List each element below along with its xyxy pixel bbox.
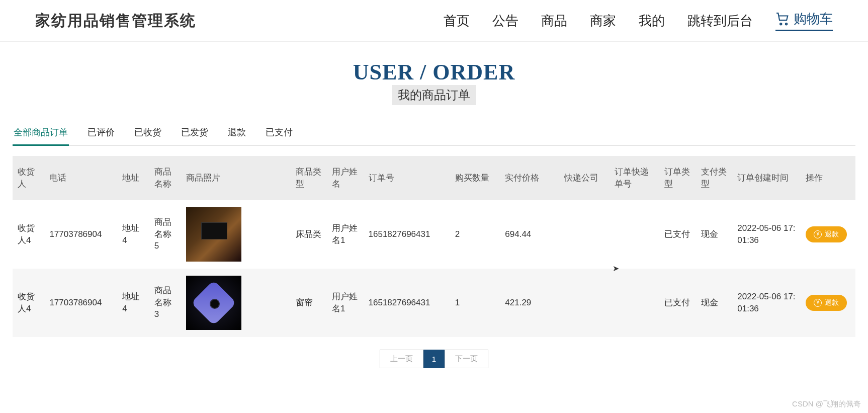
refund-label: 退款	[825, 230, 839, 239]
table-row: 收货人4 17703786904 地址4 商品名称5 床品类 用户姓名1 165…	[13, 200, 855, 269]
cell-paytype: 现金	[696, 200, 732, 269]
page-prev[interactable]: 上一页	[380, 350, 423, 368]
cell-receiver: 收货人4	[13, 269, 44, 337]
cell-created: 2022-05-06 17:01:36	[732, 269, 801, 337]
cell-photo	[181, 269, 290, 337]
cell-ops: ¥退款	[801, 200, 855, 269]
th-ordertype: 订单类型	[659, 156, 696, 200]
order-table: 收货人 电话 地址 商品名称 商品照片 商品类型 用户姓名 订单号 购买数量 实…	[13, 156, 855, 337]
cell-ordertype: 已支付	[659, 200, 696, 269]
cell-ops: ¥退款	[801, 269, 855, 337]
th-qty: 购买数量	[450, 156, 500, 200]
refund-label: 退款	[825, 298, 839, 307]
cell-courier	[559, 269, 610, 337]
cell-ordertype: 已支付	[659, 269, 696, 337]
site-title: 家纺用品销售管理系统	[35, 11, 196, 31]
th-courier: 快递公司	[559, 156, 610, 200]
tab-refund[interactable]: 退款	[227, 120, 247, 145]
cell-created: 2022-05-06 17:01:36	[732, 200, 801, 269]
cell-phone: 17703786904	[44, 200, 117, 269]
th-address: 地址	[117, 156, 149, 200]
tab-shipped[interactable]: 已发货	[180, 120, 209, 145]
cell-orderno: 1651827696431	[364, 269, 450, 337]
nav-announce[interactable]: 公告	[492, 12, 518, 30]
nav-goods[interactable]: 商品	[541, 12, 567, 30]
th-prodname: 商品名称	[149, 156, 181, 200]
order-tabs: 全部商品订单 已评价 已收货 已发货 退款 已支付	[13, 120, 855, 146]
svg-point-1	[786, 23, 787, 25]
cell-photo	[181, 200, 290, 269]
top-nav: 首页 公告 商品 商家 我的 跳转到后台 购物车	[444, 10, 833, 31]
th-prodtype: 商品类型	[291, 156, 327, 200]
th-created: 订单创建时间	[732, 156, 801, 200]
cell-prodname: 商品名称5	[149, 200, 181, 269]
cell-prodtype: 床品类	[291, 200, 327, 269]
cell-qty: 1	[450, 269, 500, 337]
nav-mine[interactable]: 我的	[639, 12, 665, 30]
table-header-row: 收货人 电话 地址 商品名称 商品照片 商品类型 用户姓名 订单号 购买数量 实…	[13, 156, 855, 200]
cell-receiver: 收货人4	[13, 200, 44, 269]
th-paytype: 支付类型	[696, 156, 732, 200]
cart-label: 购物车	[794, 10, 833, 28]
th-receiver: 收货人	[13, 156, 44, 200]
heading-en: USER / ORDER	[0, 59, 868, 85]
refund-button[interactable]: ¥退款	[806, 295, 847, 311]
page-next[interactable]: 下一页	[445, 350, 488, 368]
cell-paytype: 现金	[696, 269, 732, 337]
cart-icon	[775, 13, 790, 26]
th-username: 用户姓名	[327, 156, 363, 200]
page-heading: USER / ORDER 我的商品订单	[0, 59, 868, 105]
cell-courier	[559, 200, 610, 269]
tab-all[interactable]: 全部商品订单	[13, 120, 69, 146]
nav-admin[interactable]: 跳转到后台	[687, 12, 753, 30]
yen-icon: ¥	[814, 230, 822, 238]
th-tracking: 订单快递单号	[610, 156, 660, 200]
cell-tracking	[610, 269, 660, 337]
cell-price: 421.29	[500, 269, 559, 337]
nav-cart[interactable]: 购物车	[775, 10, 833, 31]
nav-home[interactable]: 首页	[444, 12, 470, 30]
page-current[interactable]: 1	[423, 350, 445, 368]
table-row: 收货人4 17703786904 地址4 商品名称3 窗帘 用户姓名1 1651…	[13, 269, 855, 337]
content: 全部商品订单 已评价 已收货 已发货 退款 已支付 收货人 电话 地址 商品名称…	[0, 120, 868, 368]
cell-price: 694.44	[500, 200, 559, 269]
svg-point-0	[780, 23, 782, 25]
product-image	[186, 276, 241, 330]
th-photo: 商品照片	[181, 156, 290, 200]
product-image	[186, 207, 241, 262]
order-table-wrap: 收货人 电话 地址 商品名称 商品照片 商品类型 用户姓名 订单号 购买数量 实…	[13, 156, 855, 337]
cell-username: 用户姓名1	[327, 200, 363, 269]
yen-icon: ¥	[814, 299, 822, 307]
refund-button[interactable]: ¥退款	[806, 226, 847, 242]
cell-prodname: 商品名称3	[149, 269, 181, 337]
cell-address: 地址4	[117, 200, 149, 269]
tab-paid[interactable]: 已支付	[265, 120, 294, 145]
cell-address: 地址4	[117, 269, 149, 337]
heading-cn: 我的商品订单	[392, 85, 476, 105]
cell-phone: 17703786904	[44, 269, 117, 337]
tab-reviewed[interactable]: 已评价	[86, 120, 116, 145]
nav-merchant[interactable]: 商家	[590, 12, 616, 30]
cell-username: 用户姓名1	[327, 269, 363, 337]
cell-qty: 2	[450, 200, 500, 269]
tab-received[interactable]: 已收货	[133, 120, 162, 145]
th-price: 实付价格	[500, 156, 559, 200]
th-phone: 电话	[44, 156, 117, 200]
th-ops: 操作	[801, 156, 855, 200]
cell-tracking	[610, 200, 660, 269]
cell-orderno: 1651827696431	[364, 200, 450, 269]
th-orderno: 订单号	[364, 156, 450, 200]
cell-prodtype: 窗帘	[291, 269, 327, 337]
pagination: 上一页 1 下一页	[13, 350, 855, 368]
header: 家纺用品销售管理系统 首页 公告 商品 商家 我的 跳转到后台 购物车	[0, 0, 868, 42]
